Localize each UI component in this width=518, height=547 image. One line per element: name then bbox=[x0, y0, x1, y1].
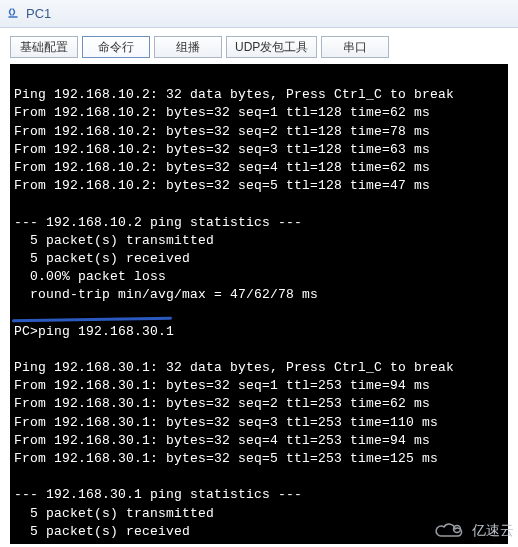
annotation-underline bbox=[12, 317, 172, 323]
terminal-line: From 192.168.10.2: bytes=32 seq=4 ttl=12… bbox=[14, 160, 430, 175]
terminal-line: round-trip min/avg/max = 47/62/78 ms bbox=[14, 287, 318, 302]
terminal-line: --- 192.168.10.2 ping statistics --- bbox=[14, 215, 302, 230]
watermark: 亿速云 bbox=[434, 521, 514, 541]
app-icon bbox=[6, 6, 22, 22]
terminal-line: 0.00% packet loss bbox=[14, 542, 166, 544]
terminal-line: 5 packet(s) received bbox=[14, 251, 190, 266]
terminal-line: From 192.168.10.2: bytes=32 seq=5 ttl=12… bbox=[14, 178, 430, 193]
terminal-line: 5 packet(s) transmitted bbox=[14, 233, 214, 248]
terminal-line: 5 packet(s) received bbox=[14, 524, 190, 539]
terminal-line: From 192.168.30.1: bytes=32 seq=5 ttl=25… bbox=[14, 451, 438, 466]
watermark-text: 亿速云 bbox=[472, 522, 514, 540]
tab-multicast[interactable]: 组播 bbox=[154, 36, 222, 58]
terminal-line: From 192.168.30.1: bytes=32 seq=2 ttl=25… bbox=[14, 396, 430, 411]
terminal-line: From 192.168.30.1: bytes=32 seq=4 ttl=25… bbox=[14, 433, 430, 448]
terminal-line: From 192.168.30.1: bytes=32 seq=1 ttl=25… bbox=[14, 378, 430, 393]
terminal-line: From 192.168.10.2: bytes=32 seq=3 ttl=12… bbox=[14, 142, 430, 157]
terminal-line: From 192.168.10.2: bytes=32 seq=2 ttl=12… bbox=[14, 124, 430, 139]
tab-command-line[interactable]: 命令行 bbox=[82, 36, 150, 58]
terminal-line: From 192.168.10.2: bytes=32 seq=1 ttl=12… bbox=[14, 105, 430, 120]
terminal-line: Ping 192.168.10.2: 32 data bytes, Press … bbox=[14, 87, 454, 102]
terminal-line: --- 192.168.30.1 ping statistics --- bbox=[14, 487, 302, 502]
tab-serial[interactable]: 串口 bbox=[321, 36, 389, 58]
tab-basic-config[interactable]: 基础配置 bbox=[10, 36, 78, 58]
tab-udp-tool[interactable]: UDP发包工具 bbox=[226, 36, 317, 58]
terminal-output[interactable]: Ping 192.168.10.2: 32 data bytes, Press … bbox=[10, 64, 508, 544]
terminal-line: 5 packet(s) transmitted bbox=[14, 506, 214, 521]
window-titlebar: PC1 bbox=[0, 0, 518, 28]
terminal-line: From 192.168.30.1: bytes=32 seq=3 ttl=25… bbox=[14, 415, 438, 430]
cloud-icon bbox=[434, 521, 468, 541]
terminal-line: PC>ping 192.168.30.1 bbox=[14, 324, 174, 339]
window-title: PC1 bbox=[26, 6, 51, 21]
terminal-line: 0.00% packet loss bbox=[14, 269, 166, 284]
tab-bar: 基础配置 命令行 组播 UDP发包工具 串口 bbox=[0, 28, 518, 64]
terminal-line: Ping 192.168.30.1: 32 data bytes, Press … bbox=[14, 360, 454, 375]
